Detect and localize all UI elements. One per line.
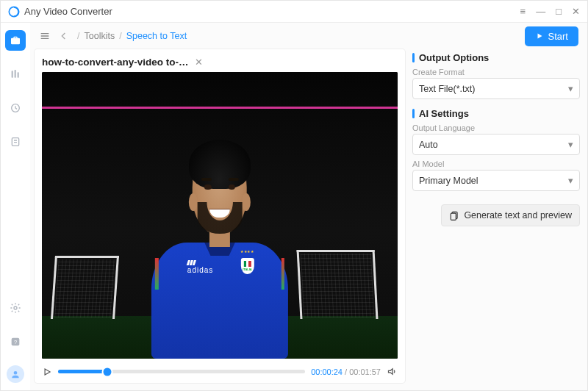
breadcrumb-speech-to-text[interactable]: Speech to Text <box>126 31 187 41</box>
hamburger-icon[interactable] <box>39 30 51 42</box>
rail-item-toolkits[interactable] <box>5 30 26 51</box>
crest-text: ITALIA <box>243 268 252 271</box>
app-window: Any Video Converter ≡ — □ ✕ <box>0 0 588 391</box>
file-name: how-to-convert-any-video to-… <box>42 57 189 68</box>
video-preview[interactable]: adidas ★★★★ ITALIA <box>42 72 398 359</box>
breadcrumb-toolkits[interactable]: Toolkits <box>84 31 115 41</box>
player-card: how-to-convert-any-video to-… ✕ <box>35 49 405 383</box>
briefcase-icon <box>10 35 21 46</box>
chevron-down-icon: ▾ <box>568 175 573 186</box>
rail-item-library[interactable] <box>5 64 26 85</box>
topbar: / Toolkits / Speech to Text Start <box>30 23 587 49</box>
bars-icon <box>10 68 21 80</box>
svg-text:?: ? <box>14 339 17 345</box>
svg-rect-11 <box>451 213 456 220</box>
maximize-icon[interactable]: □ <box>556 7 562 16</box>
avatar[interactable] <box>7 365 24 383</box>
select-ai-model[interactable]: Primary Model ▾ <box>412 170 580 191</box>
rail-item-history[interactable] <box>5 98 26 118</box>
svg-point-9 <box>14 371 18 375</box>
select-value: Auto <box>419 140 438 150</box>
jersey-brand-label: adidas <box>187 266 213 274</box>
select-value: Primary Model <box>419 176 478 186</box>
svg-point-6 <box>14 306 17 309</box>
rail-item-notes[interactable] <box>5 132 26 152</box>
clock-icon <box>10 102 21 114</box>
breadcrumb-sep: / <box>119 31 121 41</box>
chevron-down-icon: ▾ <box>568 83 573 94</box>
time-current: 00:00:24 <box>311 367 343 376</box>
window-controls: ≡ — □ ✕ <box>520 7 580 16</box>
section-title-label: AI Settings <box>419 108 469 119</box>
time-display: 00:00:24 / 00:01:57 <box>311 367 381 376</box>
time-duration: 00:01:57 <box>349 367 381 376</box>
help-icon: ? <box>10 336 21 348</box>
start-button[interactable]: Start <box>525 26 578 46</box>
start-button-label: Start <box>548 31 568 42</box>
rail-item-settings[interactable] <box>5 298 26 318</box>
label-ai-model: AI Model <box>412 159 580 168</box>
svg-rect-3 <box>18 72 19 77</box>
play-icon <box>535 32 544 40</box>
play-button[interactable] <box>42 367 52 377</box>
minimize-icon[interactable]: — <box>536 7 545 16</box>
volume-button[interactable] <box>387 366 398 377</box>
select-value: Text File(*.txt) <box>419 84 475 94</box>
breadcrumb: / Toolkits / Speech to Text <box>77 31 187 41</box>
section-ai-settings: AI Settings <box>412 108 580 119</box>
jersey-crest: ITALIA <box>240 258 254 274</box>
generate-button-label: Generate text and preview <box>464 210 572 220</box>
person: adidas ★★★★ ITALIA <box>135 135 305 359</box>
document-icon <box>449 210 459 220</box>
select-output-language[interactable]: Auto ▾ <box>412 134 580 155</box>
user-icon <box>10 369 21 379</box>
svg-rect-2 <box>15 70 16 78</box>
label-output-language: Output Language <box>412 123 580 132</box>
file-row: how-to-convert-any-video to-… ✕ <box>42 57 398 68</box>
close-icon[interactable]: ✕ <box>572 7 580 16</box>
seek-slider[interactable] <box>58 370 305 373</box>
back-icon[interactable] <box>58 30 70 42</box>
generate-button[interactable]: Generate text and preview <box>441 204 580 226</box>
rail-item-help[interactable]: ? <box>5 331 26 352</box>
player-controls: 00:00:24 / 00:01:57 <box>42 359 398 377</box>
side-panel: Output Options Create Format Text File(*… <box>412 49 580 383</box>
left-rail: ? <box>1 23 30 390</box>
label-create-format: Create Format <box>412 68 580 76</box>
video-frame: adidas ★★★★ ITALIA <box>42 72 398 359</box>
note-icon <box>10 136 21 148</box>
italy-flag-icon <box>243 261 251 267</box>
titlebar: Any Video Converter ≡ — □ ✕ <box>1 1 587 23</box>
svg-rect-1 <box>12 71 13 77</box>
menu-icon[interactable]: ≡ <box>520 7 526 16</box>
chevron-down-icon: ▾ <box>568 139 573 150</box>
breadcrumb-sep: / <box>77 31 79 41</box>
section-output-options: Output Options <box>412 52 580 63</box>
app-title: Any Video Converter <box>24 6 112 17</box>
jersey-brand: adidas <box>187 260 213 274</box>
section-title-label: Output Options <box>419 52 489 63</box>
file-close-icon[interactable]: ✕ <box>195 57 203 68</box>
app-logo-icon <box>8 6 20 18</box>
select-create-format[interactable]: Text File(*.txt) ▾ <box>412 78 580 99</box>
gear-icon <box>10 302 21 314</box>
crest-stars-icon: ★★★★ <box>240 249 254 254</box>
